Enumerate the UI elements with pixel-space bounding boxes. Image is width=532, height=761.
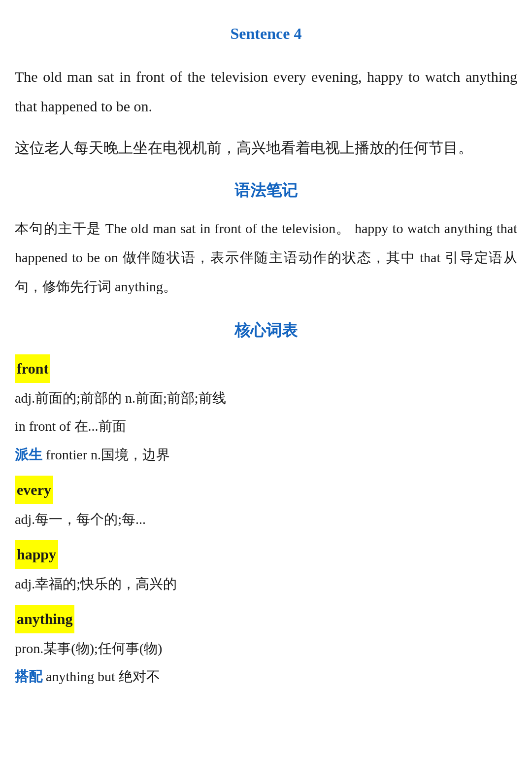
sentence-title: Sentence 4 [15, 20, 517, 48]
vocab-section-title: 核心词表 [15, 316, 517, 345]
vocab-section: front adj.前面的;前部的 n.前面;前部;前线 in front of… [15, 354, 517, 690]
vocab-entry-happy: happy adj.幸福的;快乐的，高兴的 [15, 540, 517, 597]
vocab-entry-every: every adj.每一，每个的;每... [15, 476, 517, 532]
vocab-word-happy: happy [15, 540, 58, 569]
vocab-def-happy: adj.幸福的;快乐的，高兴的 [15, 571, 517, 597]
vocab-phrase-front: in front of 在...前面 [15, 413, 517, 439]
vocab-word-front: front [15, 354, 50, 383]
english-sentence-text: The old man sat in front of the televisi… [15, 69, 517, 114]
vocab-def-every: adj.每一，每个的;每... [15, 506, 517, 532]
vocab-word-every: every [15, 476, 53, 504]
grammar-note: 本句的主干是 The old man sat in front of the t… [15, 214, 517, 301]
vocab-collocation-anything: 搭配 anything but 绝对不 [15, 663, 517, 690]
vocab-def-anything: pron.某事(物);任何事(物) [15, 635, 517, 661]
chinese-sentence-text: 这位老人每天晚上坐在电视机前，高兴地看着电视上播放的任何节目。 [15, 139, 473, 156]
page-container: Sentence 4 The old man sat in front of t… [15, 20, 517, 690]
chinese-sentence: 这位老人每天晚上坐在电视机前，高兴地看着电视上播放的任何节目。 [15, 133, 517, 163]
english-sentence: The old man sat in front of the televisi… [15, 62, 517, 121]
vocab-entry-anything: anything pron.某事(物);任何事(物) 搭配 anything b… [15, 605, 517, 690]
grammar-section-title: 语法笔记 [15, 176, 517, 205]
vocab-def-front: adj.前面的;前部的 n.前面;前部;前线 [15, 385, 517, 411]
vocab-word-anything: anything [15, 605, 74, 633]
vocab-derived-front: 派生 frontier n.国境，边界 [15, 442, 517, 468]
vocab-entry-front: front adj.前面的;前部的 n.前面;前部;前线 in front of… [15, 354, 517, 468]
